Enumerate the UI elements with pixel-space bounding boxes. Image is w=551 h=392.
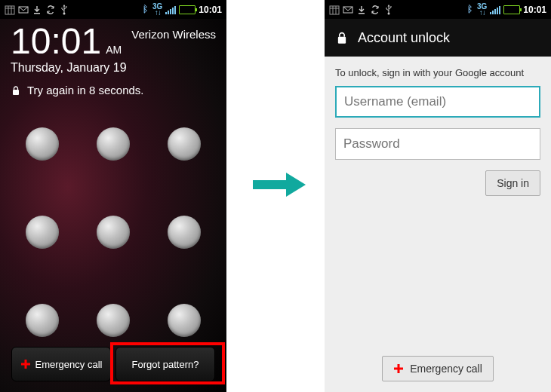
svg-rect-11 bbox=[21, 363, 30, 366]
account-unlock-screen: Account unlock To unlock, sign in with y… bbox=[325, 19, 551, 392]
emergency-call-label: Emergency call bbox=[410, 363, 482, 375]
pattern-grid[interactable] bbox=[11, 110, 216, 347]
svg-rect-12 bbox=[253, 180, 286, 189]
mail-icon bbox=[18, 5, 29, 15]
download-icon bbox=[356, 5, 367, 15]
username-field[interactable] bbox=[335, 86, 540, 118]
calendar-icon bbox=[329, 5, 340, 15]
medical-plus-icon bbox=[20, 359, 31, 369]
pattern-dot[interactable] bbox=[26, 127, 59, 161]
svg-rect-9 bbox=[13, 90, 19, 95]
status-bar: 3G ↑↓ 10:01 bbox=[0, 0, 226, 19]
usb-icon bbox=[59, 5, 69, 15]
emergency-call-button[interactable]: Emergency call bbox=[11, 347, 111, 381]
battery-icon bbox=[179, 5, 195, 14]
mobile-data-icon: 3G ↑↓ bbox=[477, 4, 487, 16]
signal-bars-icon bbox=[165, 5, 176, 14]
status-bar: 3G ↑↓ 10:01 bbox=[325, 0, 551, 19]
svg-rect-23 bbox=[338, 37, 346, 44]
locked-phone-screen: 3G ↑↓ 10:01 10:01 AM Thursday, January 1… bbox=[0, 0, 226, 392]
svg-marker-22 bbox=[388, 5, 390, 7]
status-clock: 10:01 bbox=[523, 5, 546, 15]
svg-rect-5 bbox=[34, 13, 40, 14]
carrier-label: Verizon Wireless bbox=[131, 28, 216, 41]
sync-icon bbox=[370, 5, 380, 15]
unlock-header: Account unlock bbox=[325, 19, 551, 57]
lock-time: 10:01 bbox=[11, 23, 101, 60]
unlock-instruction: To unlock, sign in with your Google acco… bbox=[335, 67, 540, 78]
lock-clock: 10:01 AM bbox=[11, 23, 127, 60]
medical-plus-icon bbox=[393, 363, 404, 374]
svg-rect-25 bbox=[394, 368, 403, 370]
pattern-dot[interactable] bbox=[97, 216, 130, 249]
lock-screen: 10:01 AM Thursday, January 19 Verizon Wi… bbox=[0, 19, 226, 392]
signal-bars-icon bbox=[490, 5, 500, 14]
emergency-call-label: Emergency call bbox=[35, 359, 103, 370]
password-field[interactable] bbox=[335, 128, 540, 160]
unlock-title: Account unlock bbox=[358, 30, 450, 46]
lockout-message: Try again in 8 seconds. bbox=[11, 84, 216, 96]
mail-icon bbox=[343, 5, 353, 15]
lock-date: Thursday, January 19 bbox=[11, 61, 127, 75]
pattern-dot[interactable] bbox=[168, 216, 201, 249]
pattern-dot[interactable] bbox=[168, 304, 201, 337]
svg-marker-13 bbox=[286, 173, 306, 197]
svg-rect-14 bbox=[330, 6, 339, 14]
pattern-dot[interactable] bbox=[168, 127, 201, 161]
pattern-dot[interactable] bbox=[97, 304, 130, 337]
pattern-dot[interactable] bbox=[97, 127, 130, 161]
arrow-icon bbox=[253, 170, 306, 200]
sync-icon bbox=[45, 5, 56, 15]
battery-icon bbox=[503, 5, 520, 14]
lockout-text: Try again in 8 seconds. bbox=[27, 84, 144, 96]
calendar-icon bbox=[5, 5, 15, 15]
lock-icon bbox=[335, 31, 349, 44]
usb-icon bbox=[383, 5, 394, 15]
bluetooth-icon bbox=[463, 5, 474, 15]
svg-rect-0 bbox=[5, 6, 14, 14]
emergency-call-button[interactable]: Emergency call bbox=[382, 356, 494, 381]
lock-ampm: AM bbox=[106, 44, 122, 55]
status-clock: 10:01 bbox=[199, 5, 222, 15]
bluetooth-icon bbox=[139, 5, 149, 15]
pattern-dot[interactable] bbox=[26, 216, 59, 249]
mobile-data-icon: 3G ↑↓ bbox=[152, 4, 162, 16]
svg-marker-8 bbox=[63, 5, 66, 7]
lock-icon bbox=[11, 85, 21, 96]
svg-rect-19 bbox=[359, 13, 365, 14]
tutorial-highlight bbox=[110, 342, 225, 384]
pattern-dot[interactable] bbox=[26, 304, 59, 337]
sign-in-button[interactable]: Sign in bbox=[485, 170, 540, 196]
unlock-phone-screen: 3G ↑↓ 10:01 Account unlock To unlock, si… bbox=[325, 0, 551, 392]
download-icon bbox=[32, 5, 42, 15]
